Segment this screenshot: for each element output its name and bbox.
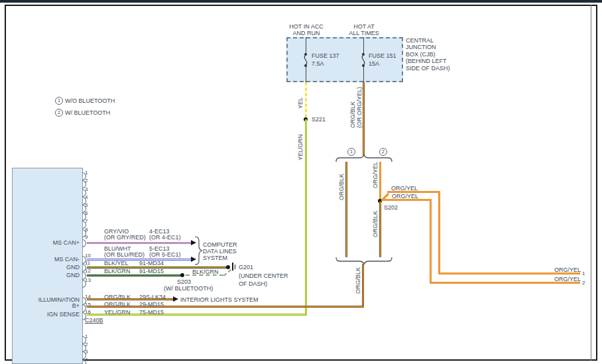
merge-brace — [335, 257, 393, 266]
branch-circle-1: 1 — [347, 148, 355, 156]
feed-hot-at-all-times: HOT ATALL TIMES — [341, 23, 387, 36]
legend-wo-bluetooth: W/O BLUETOOTH — [65, 97, 115, 104]
splice-s203 — [180, 273, 184, 277]
computer-brace — [194, 236, 203, 265]
pin16-wire-label: YEL/GRN — [104, 309, 131, 316]
right-out1-label: ORG/YEL — [554, 267, 581, 273]
wire-blkgrn-dashed-label: BLK/GRN — [192, 269, 219, 275]
signal-gnd-1: GND — [13, 264, 80, 271]
wire-out1-v — [438, 191, 440, 274]
feed-hot-in-acc: HOT IN ACCAND RUN — [283, 23, 330, 36]
wire-merged-orgblk — [362, 264, 364, 308]
ground-g201-note2: OF DASH) — [239, 280, 267, 287]
wire-branch2-top-label: ORG/YEL — [372, 162, 379, 188]
fuse137-rating: 7.5A — [312, 60, 324, 67]
wire-pin12-blkgrn — [87, 274, 183, 276]
wire-orgblk-main — [363, 82, 365, 155]
fuse151-rating: 15A — [369, 60, 379, 67]
ground-g201-bar2 — [235, 265, 235, 269]
signal-ms-can-plus: MS CAN+ — [13, 239, 80, 246]
pin12-circuit-label: 91-MD15 — [139, 268, 164, 274]
fuse137-lead-top — [306, 37, 306, 54]
legend-w-bluetooth: W/ BLUETOOTH — [65, 109, 110, 116]
wire-branch2-orgyel — [379, 162, 381, 202]
pin9-circuit-alt-label: (OR 4-EC1) — [149, 234, 181, 241]
wire-yel — [305, 82, 307, 119]
wire-branch1-orgblk — [345, 162, 347, 257]
pin16-circuit-label: 75-MD15 — [139, 309, 164, 316]
fuse151-lead-top — [363, 37, 364, 54]
signal-b-plus: B+ — [13, 302, 80, 309]
splice-s221-label: S221 — [312, 116, 326, 123]
window-top-band — [0, 0, 602, 3]
wire-pin9-gryvio — [87, 242, 191, 244]
ground-g201-label: G201 — [239, 264, 253, 271]
pin14-circuit-label: 29S-LK34 — [139, 294, 166, 300]
branch-circle-2: 2 — [379, 148, 387, 156]
legend-circle-2: 2 — [55, 109, 63, 117]
fuse151-lead-bottom — [363, 66, 364, 82]
pin15-wire-label: ORG/BLK — [104, 301, 131, 308]
right-out1-pin: 1 — [582, 271, 585, 276]
pin14-wire-label: ORG/BLK — [104, 294, 131, 300]
wire-orgblk-main-label: ORG/BLK(OR ORG/YEL) — [349, 87, 363, 128]
wire-merged-label: ORG/BLK — [355, 267, 361, 294]
dest-computer-line1: COMPUTER — [203, 241, 237, 248]
wire-out2-label: ORG/YEL — [392, 193, 418, 200]
ground-g201-dot — [226, 265, 230, 269]
fuse151-name: FUSE 151 — [369, 52, 396, 59]
wiring-diagram: HOT IN ACCAND RUN HOT ATALL TIMES CENTRA… — [0, 0, 602, 364]
fuse137-name: FUSE 137 — [312, 52, 339, 59]
wire-branch2-bottom-label: ORG/BLK — [372, 211, 379, 237]
splice-s203-label: S203 — [177, 278, 191, 285]
right-out2-label: ORG/YEL — [554, 276, 581, 282]
dest-computer-line2: DATA LINES — [203, 248, 237, 255]
right-out2-pin: 2 — [582, 280, 585, 286]
wire-branch1-label: ORG/BLK — [338, 174, 345, 200]
legend-circle-1: 1 — [55, 97, 63, 105]
wire-yelgrn-vertical — [305, 119, 307, 316]
pin12-wire-label: BLK/GRN — [104, 268, 131, 274]
wire-yel-label: YEL — [297, 97, 304, 109]
cjb-label: CENTRALJUNCTION BOX (CJB)(BEHIND LEFT SI… — [406, 37, 450, 72]
diagram-frame-inner-line — [591, 5, 591, 361]
pin10-wire-alt-label: (OR BLU/RED) — [104, 251, 145, 258]
ground-g201-bar1 — [232, 263, 233, 271]
pin11-wire-label: BLK/YEL — [104, 260, 129, 267]
splice-s202-label: S202 — [384, 204, 398, 211]
dest-computer-line3: SYSTEM — [203, 255, 227, 261]
wire-branch2-orgblk — [379, 202, 381, 257]
dest-interior-lights: INTERIOR LIGHTS SYSTEM — [180, 296, 259, 303]
signal-ms-can-minus: MS CAN- — [13, 256, 80, 263]
pin14-arrow — [173, 296, 178, 302]
wire-yelgrn-label: YEL/GRN — [297, 134, 304, 160]
wire-out1-label: ORG/YEL — [391, 185, 418, 192]
pin10-circuit-alt-label: (OR 5-EC1) — [149, 251, 181, 258]
fuse137-lead-bottom — [306, 66, 306, 82]
splice-s203-note: (W/ BLUETOOTH) — [164, 285, 213, 292]
pin15-circuit-label: 29-MD15 — [139, 301, 164, 308]
connector-name: C240B — [85, 317, 103, 324]
wire-out2-v — [430, 199, 432, 284]
signal-ign-sense: IGN SENSE — [13, 311, 80, 318]
pin9-wire-alt-label: (OR GRY/RED) — [104, 234, 146, 241]
ground-g201-note1: (UNDER CENTER — [239, 273, 288, 279]
pin11-circuit-label: 91-MD34 — [139, 260, 164, 267]
signal-gnd-2: GND — [13, 272, 80, 278]
